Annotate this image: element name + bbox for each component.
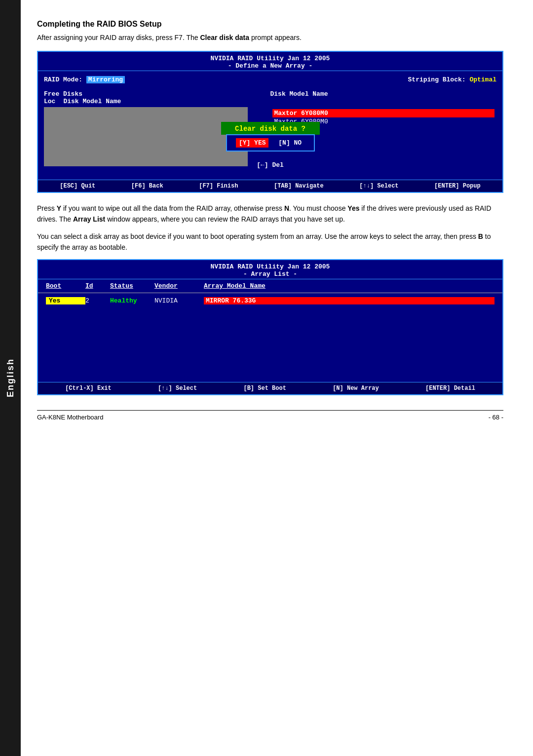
bios2-col-boot: Boot bbox=[46, 282, 85, 290]
paragraph2: You can select a disk array as boot devi… bbox=[37, 231, 503, 253]
bios2-enter: [ENTER] Detail bbox=[425, 385, 475, 392]
para1-text5: window appears, where you can review the… bbox=[105, 215, 345, 223]
bios2-title-line1: NVIDIA RAID Utility Jan 12 2005 bbox=[38, 263, 502, 270]
para1-text2: if you want to wipe out all the data fro… bbox=[61, 204, 284, 212]
bios2-ctrl-x: [Ctrl-X] Exit bbox=[65, 385, 112, 392]
intro-text: After assigning your RAID array disks, p… bbox=[37, 33, 503, 43]
bios1-esc: [ESC] Quit bbox=[60, 183, 95, 189]
bios1-raid-mode-label: RAID Mode: bbox=[44, 76, 82, 83]
bios1-disk1: Maxtor 6Y080M0 bbox=[272, 109, 495, 117]
bios1-yes-btn[interactable]: [Y] YES bbox=[236, 138, 269, 148]
bios2-row-boot: Yes bbox=[46, 297, 85, 304]
bios2-col-vendor: Vendor bbox=[154, 282, 204, 290]
bios1-tab: [TAB] Navigate bbox=[274, 183, 324, 189]
bios1-striping-value: Optimal bbox=[469, 76, 496, 83]
bios1-f6: [F6] Back bbox=[131, 183, 163, 189]
intro-text-after: prompt appears. bbox=[249, 34, 302, 41]
bios1-raid-mode-value: Mirroring bbox=[86, 76, 125, 83]
bios2-column-headers: Boot Id Status Vendor Array Model Name bbox=[38, 279, 502, 293]
bios1-enter: [ENTER] Popup bbox=[434, 183, 481, 189]
bios-screen-2: NVIDIA RAID Utility Jan 12 2005 - Array … bbox=[37, 259, 503, 395]
para1-text3: . You must choose bbox=[289, 204, 347, 212]
bios1-footer: [ESC] Quit [F6] Back [F7] Finish [TAB] N… bbox=[38, 180, 502, 192]
bios2-footer: [Ctrl-X] Exit [↑↓] Select [B] Set Boot [… bbox=[38, 382, 502, 394]
bios1-striping-label: Striping Block: bbox=[408, 76, 466, 83]
page-footer: GA-K8NE Motherboard - 68 - bbox=[37, 410, 503, 421]
bios1-del-label: [←] Del bbox=[257, 161, 284, 169]
bios1-arrows: [↑↓] Select bbox=[359, 183, 398, 189]
paragraph1: Press Y if you want to wipe out all the … bbox=[37, 203, 503, 225]
intro-text-before: After assigning your RAID array disks, p… bbox=[37, 34, 200, 41]
bios2-body: Yes 2 Healthy NVIDIA MIRROR 76.33G bbox=[38, 293, 502, 382]
bios1-freedisks-header: Free Disks Loc Disk Model Name Disk Mode… bbox=[44, 90, 496, 105]
para1-bold2: N bbox=[284, 204, 289, 212]
intro-bold: Clear disk data bbox=[200, 34, 249, 41]
bios1-clear-disk-label: Clear disk data ? bbox=[235, 125, 305, 133]
bios2-row-status: Healthy bbox=[110, 297, 154, 304]
bios2-b: [B] Set Boot bbox=[243, 385, 286, 392]
bios1-disk-area-left bbox=[44, 107, 248, 166]
bios2-title: NVIDIA RAID Utility Jan 12 2005 - Array … bbox=[38, 260, 502, 279]
bios1-title-line2: - Define a New Array - bbox=[38, 62, 502, 70]
bios1-title-line1: NVIDIA RAID Utility Jan 12 2005 bbox=[38, 55, 502, 62]
para1-bold1: Y bbox=[57, 204, 61, 212]
bios1-title: NVIDIA RAID Utility Jan 12 2005 - Define… bbox=[38, 52, 502, 71]
bios1-freedisks-cols: Loc Disk Model Name bbox=[44, 98, 248, 105]
bios1-freedisks-left-header: Free Disks Loc Disk Model Name bbox=[44, 90, 248, 105]
bios1-freedisks-label: Free Disks bbox=[44, 90, 248, 98]
bios1-striping-right: Striping Block: Optimal bbox=[408, 76, 496, 83]
sidebar: English bbox=[0, 0, 21, 756]
bios1-disk-areas: Maxtor 6Y080M0 Maxtor 6Y080M0 Clear disk… bbox=[44, 107, 496, 166]
bios1-raid-mode-row: RAID Mode: Mirroring Striping Block: Opt… bbox=[44, 76, 496, 83]
main-content: Completing the RAID BIOS Setup After ass… bbox=[27, 0, 533, 441]
para2-bold: B bbox=[478, 232, 483, 240]
page-footer-left: GA-K8NE Motherboard bbox=[37, 414, 103, 421]
bios1-disk-model-label: Disk Model Name bbox=[63, 98, 121, 105]
bios2-col-id: Id bbox=[85, 282, 110, 290]
bios2-row-id: 2 bbox=[85, 297, 110, 304]
bios2-arrows: [↑↓] Select bbox=[158, 385, 197, 392]
bios1-loc-label: Loc bbox=[44, 98, 55, 105]
para2-text1: You can select a disk array as boot devi… bbox=[37, 232, 478, 240]
bios1-disk-model-label2: Disk Model Name bbox=[270, 90, 328, 98]
bios2-col-array-model: Array Model Name bbox=[204, 282, 495, 290]
bios1-no-btn[interactable]: [N] NO bbox=[275, 138, 305, 148]
bios2-title-line2: - Array List - bbox=[38, 270, 502, 278]
bios2-row-vendor: NVIDIA bbox=[154, 297, 204, 304]
bios1-yes-no-dialog: [Y] YES [N] NO bbox=[226, 134, 315, 151]
bios1-raid-mode-left: RAID Mode: Mirroring bbox=[44, 76, 125, 83]
section-title: Completing the RAID BIOS Setup bbox=[37, 20, 503, 29]
page-footer-right: - 68 - bbox=[489, 414, 503, 421]
bios2-col-status: Status bbox=[110, 282, 154, 290]
bios1-clear-disk-overlay: Clear disk data ? bbox=[221, 122, 320, 135]
bios-screen-1: NVIDIA RAID Utility Jan 12 2005 - Define… bbox=[37, 51, 503, 193]
bios2-row-array: MIRROR 76.33G bbox=[204, 297, 495, 304]
para1-bold4: Array List bbox=[73, 215, 105, 223]
bios1-body: RAID Mode: Mirroring Striping Block: Opt… bbox=[38, 71, 502, 180]
para1-text1: Press bbox=[37, 204, 57, 212]
bios1-f7: [F7] Finish bbox=[199, 183, 238, 189]
bios2-n-new-array: [N] New Array bbox=[333, 385, 379, 392]
sidebar-label: English bbox=[5, 358, 16, 397]
bios2-data-row-1: Yes 2 Healthy NVIDIA MIRROR 76.33G bbox=[38, 295, 502, 306]
bios1-freedisks-right-header: Disk Model Name bbox=[270, 90, 497, 105]
para1-bold3: Yes bbox=[347, 204, 359, 212]
